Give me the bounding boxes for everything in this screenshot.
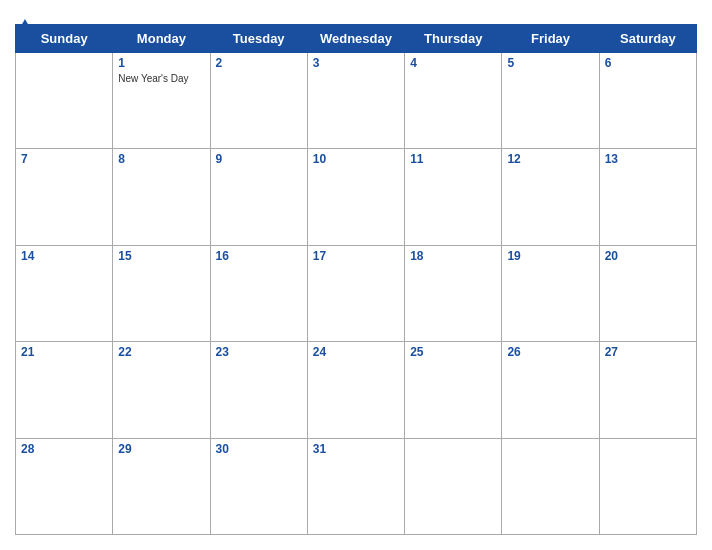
day-number: 5 — [507, 56, 593, 70]
day-number: 1 — [118, 56, 204, 70]
day-number: 2 — [216, 56, 302, 70]
calendar-day-cell: 21 — [16, 342, 113, 438]
calendar-day-cell: 8 — [113, 149, 210, 245]
day-number: 7 — [21, 152, 107, 166]
calendar-day-cell: 24 — [307, 342, 404, 438]
calendar-table: SundayMondayTuesdayWednesdayThursdayFrid… — [15, 24, 697, 535]
day-number: 16 — [216, 249, 302, 263]
days-header-row: SundayMondayTuesdayWednesdayThursdayFrid… — [16, 25, 697, 53]
day-number: 30 — [216, 442, 302, 456]
calendar-day-cell: 16 — [210, 245, 307, 341]
calendar-day-cell: 22 — [113, 342, 210, 438]
calendar-day-cell: 3 — [307, 53, 404, 149]
day-number: 13 — [605, 152, 691, 166]
calendar-day-cell: 11 — [405, 149, 502, 245]
day-number: 6 — [605, 56, 691, 70]
day-number: 9 — [216, 152, 302, 166]
day-number: 22 — [118, 345, 204, 359]
calendar-day-cell: 6 — [599, 53, 696, 149]
calendar-day-cell: 1New Year's Day — [113, 53, 210, 149]
calendar-day-cell: 18 — [405, 245, 502, 341]
day-number: 28 — [21, 442, 107, 456]
logo-triangle-icon — [17, 19, 33, 33]
day-number: 25 — [410, 345, 496, 359]
calendar-day-cell: 17 — [307, 245, 404, 341]
calendar-day-cell: 23 — [210, 342, 307, 438]
calendar-day-cell: 19 — [502, 245, 599, 341]
day-number: 27 — [605, 345, 691, 359]
day-of-week-header: Saturday — [599, 25, 696, 53]
day-number: 31 — [313, 442, 399, 456]
calendar-day-cell: 2 — [210, 53, 307, 149]
calendar-week-row: 1New Year's Day23456 — [16, 53, 697, 149]
calendar-day-cell: 15 — [113, 245, 210, 341]
day-number: 10 — [313, 152, 399, 166]
calendar-day-cell — [502, 438, 599, 534]
calendar-day-cell: 7 — [16, 149, 113, 245]
day-of-week-header: Tuesday — [210, 25, 307, 53]
calendar-day-cell: 25 — [405, 342, 502, 438]
calendar-day-cell: 27 — [599, 342, 696, 438]
day-number: 14 — [21, 249, 107, 263]
day-number: 29 — [118, 442, 204, 456]
calendar-week-row: 28293031 — [16, 438, 697, 534]
calendar-day-cell: 28 — [16, 438, 113, 534]
day-of-week-header: Thursday — [405, 25, 502, 53]
day-number: 4 — [410, 56, 496, 70]
day-number: 20 — [605, 249, 691, 263]
calendar-day-cell: 13 — [599, 149, 696, 245]
calendar-day-cell: 26 — [502, 342, 599, 438]
calendar-day-cell: 31 — [307, 438, 404, 534]
day-of-week-header: Friday — [502, 25, 599, 53]
calendar-day-cell: 14 — [16, 245, 113, 341]
calendar-day-cell: 20 — [599, 245, 696, 341]
day-number: 23 — [216, 345, 302, 359]
day-number: 19 — [507, 249, 593, 263]
day-number: 18 — [410, 249, 496, 263]
calendar-day-cell: 5 — [502, 53, 599, 149]
calendar-week-row: 78910111213 — [16, 149, 697, 245]
calendar-day-cell — [405, 438, 502, 534]
calendar-header — [15, 10, 697, 24]
day-number: 15 — [118, 249, 204, 263]
day-number: 12 — [507, 152, 593, 166]
day-number: 24 — [313, 345, 399, 359]
calendar-day-cell: 12 — [502, 149, 599, 245]
calendar-day-cell: 30 — [210, 438, 307, 534]
day-number: 8 — [118, 152, 204, 166]
day-number: 21 — [21, 345, 107, 359]
calendar-week-row: 14151617181920 — [16, 245, 697, 341]
calendar-day-cell: 9 — [210, 149, 307, 245]
day-number: 17 — [313, 249, 399, 263]
calendar-day-cell — [599, 438, 696, 534]
calendar-day-cell: 4 — [405, 53, 502, 149]
calendar-day-cell: 10 — [307, 149, 404, 245]
day-number: 11 — [410, 152, 496, 166]
calendar-day-cell: 29 — [113, 438, 210, 534]
day-number: 26 — [507, 345, 593, 359]
calendar-day-cell — [16, 53, 113, 149]
day-of-week-header: Wednesday — [307, 25, 404, 53]
day-of-week-header: Monday — [113, 25, 210, 53]
calendar-week-row: 21222324252627 — [16, 342, 697, 438]
day-number: 3 — [313, 56, 399, 70]
holiday-label: New Year's Day — [118, 72, 204, 85]
